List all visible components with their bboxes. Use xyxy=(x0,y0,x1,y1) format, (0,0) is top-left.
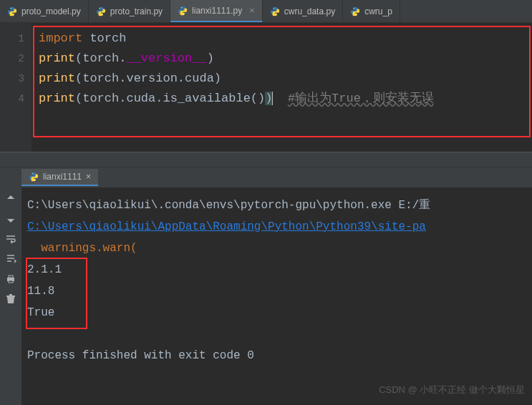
code-line: print(torch.__version__) xyxy=(39,49,532,69)
run-tab-lianxi1111[interactable]: lianxi1111 × xyxy=(21,169,98,186)
python-icon xyxy=(178,6,188,16)
watermark: CSDN @ 小旺不正经 做个大颗恒星 xyxy=(379,379,525,401)
console-line: C:\Users\qiaolikui\AppData\Roaming\Pytho… xyxy=(27,216,526,238)
svg-rect-14 xyxy=(9,280,13,283)
svg-point-3 xyxy=(102,14,102,14)
tab-cwru-data[interactable]: cwru_data.py xyxy=(263,0,343,22)
line-number: 3 xyxy=(0,69,24,89)
down-icon[interactable] xyxy=(5,213,16,225)
console-line: Process finished with exit code 0 xyxy=(27,345,526,366)
editor-tabs: proto_model.py proto_train.py lianxi1111… xyxy=(0,0,532,23)
code-line: import torch xyxy=(39,29,532,49)
svg-point-6 xyxy=(273,8,274,9)
close-icon[interactable]: × xyxy=(86,172,91,182)
console-line: 2.1.1 xyxy=(27,259,526,280)
svg-rect-13 xyxy=(9,275,13,278)
python-icon xyxy=(350,6,360,16)
tab-label: proto_train.py xyxy=(110,6,163,16)
line-number: 2 xyxy=(0,49,24,69)
line-number: 4 xyxy=(0,89,24,109)
svg-point-4 xyxy=(181,7,182,8)
code-editor[interactable]: 1 2 3 4 import torch print(torch.__versi… xyxy=(0,23,532,152)
run-tool-tabs: lianxi1111 × xyxy=(0,167,532,187)
tab-label: proto_model.py xyxy=(21,6,81,16)
tab-proto-model[interactable]: proto_model.py xyxy=(0,0,89,22)
panel-divider[interactable] xyxy=(0,152,532,167)
svg-point-1 xyxy=(13,14,14,14)
console-line: True xyxy=(27,302,526,323)
tab-proto-train[interactable]: proto_train.py xyxy=(89,0,170,22)
line-number: 1 xyxy=(0,29,24,49)
tab-label: lianxi1111.py xyxy=(192,6,242,16)
run-tab-label: lianxi1111 xyxy=(43,172,82,182)
trash-icon[interactable] xyxy=(5,293,16,305)
python-icon xyxy=(96,6,106,16)
up-icon[interactable] xyxy=(5,193,16,205)
svg-point-10 xyxy=(32,173,33,174)
run-console: C:\Users\qiaolikui\.conda\envs\pytorch-g… xyxy=(0,187,532,405)
scroll-to-end-icon[interactable] xyxy=(5,253,16,265)
svg-point-2 xyxy=(99,8,100,9)
line-gutter: 1 2 3 4 xyxy=(0,23,32,152)
console-line xyxy=(27,323,526,345)
svg-point-8 xyxy=(354,8,354,9)
tab-label: cwru_data.py xyxy=(284,6,335,16)
file-link[interactable]: C:\Users\qiaolikui\AppData\Roaming\Pytho… xyxy=(27,220,426,233)
tab-label: cwru_p xyxy=(364,6,392,16)
console-output[interactable]: C:\Users\qiaolikui\.conda\envs\pytorch-g… xyxy=(21,187,532,405)
python-icon xyxy=(7,6,17,16)
code-content[interactable]: import torch print(torch.__version__) pr… xyxy=(32,23,532,152)
console-toolbar xyxy=(0,187,21,405)
tab-cwru-p[interactable]: cwru_p xyxy=(343,0,400,22)
svg-point-5 xyxy=(183,13,184,14)
console-line: 11.8 xyxy=(27,280,526,302)
code-line: print(torch.version.cuda) xyxy=(39,69,532,89)
code-line: print(torch.cuda.is_available()) #输出为Tru… xyxy=(39,89,532,109)
console-line: C:\Users\qiaolikui\.conda\envs\pytorch-g… xyxy=(27,195,526,216)
svg-point-0 xyxy=(11,8,11,9)
console-line: warnings.warn( xyxy=(27,238,526,259)
tab-lianxi1111[interactable]: lianxi1111.py × xyxy=(170,0,263,22)
print-icon[interactable] xyxy=(5,273,16,285)
svg-point-7 xyxy=(276,14,276,14)
python-icon xyxy=(29,172,39,182)
close-icon[interactable]: × xyxy=(249,5,255,16)
python-icon xyxy=(270,6,280,16)
svg-point-11 xyxy=(34,180,35,180)
soft-wrap-icon[interactable] xyxy=(5,233,16,245)
svg-point-9 xyxy=(356,14,357,14)
